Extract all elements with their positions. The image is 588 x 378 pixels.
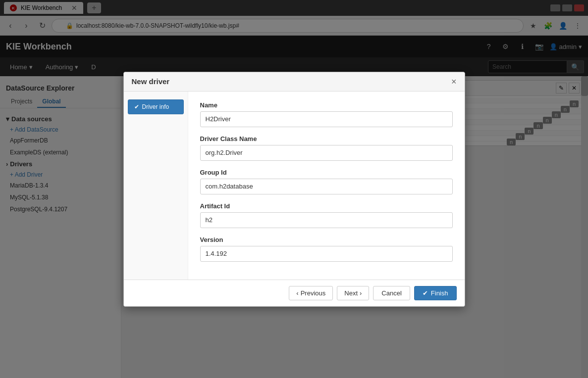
modal-body: ✔ Driver info Name Driver Class Name Gro… xyxy=(124,92,465,280)
form-group-driver-class: Driver Class Name xyxy=(200,135,453,161)
previous-icon: ‹ xyxy=(296,289,298,297)
form-group-name: Name xyxy=(200,101,453,127)
modal-dialog: New driver × ✔ Driver info Name Driver C… xyxy=(123,72,465,307)
cancel-label: Cancel xyxy=(381,289,401,297)
form-group-group-id: Group Id xyxy=(200,169,453,194)
label-version: Version xyxy=(200,236,453,243)
modal-close-button[interactable]: × xyxy=(451,77,457,86)
previous-button[interactable]: ‹ Previous xyxy=(289,286,333,300)
input-group-id[interactable] xyxy=(200,179,453,194)
label-artifact-id: Artifact Id xyxy=(200,202,453,210)
input-driver-class[interactable] xyxy=(200,145,453,161)
form-group-artifact-id: Artifact Id xyxy=(200,202,453,228)
modal-form: Name Driver Class Name Group Id Artifact… xyxy=(188,92,465,280)
modal-header: New driver × xyxy=(124,72,465,92)
label-name: Name xyxy=(200,101,453,109)
driver-info-check-icon: ✔ xyxy=(134,103,139,110)
modal-backdrop: New driver × ✔ Driver info Name Driver C… xyxy=(0,0,588,378)
label-driver-class: Driver Class Name xyxy=(200,135,453,142)
form-group-version: Version xyxy=(200,236,453,262)
modal-footer: ‹ Previous Next › Cancel ✔ Finish xyxy=(124,280,465,306)
driver-info-button[interactable]: ✔ Driver info xyxy=(128,99,184,114)
next-icon: › xyxy=(360,289,362,297)
finish-button[interactable]: ✔ Finish xyxy=(414,286,457,300)
input-version[interactable] xyxy=(200,246,453,262)
input-name[interactable] xyxy=(200,111,453,127)
next-button[interactable]: Next › xyxy=(337,286,369,300)
label-group-id: Group Id xyxy=(200,169,453,176)
modal-title: New driver xyxy=(132,77,170,86)
previous-label: Previous xyxy=(301,289,326,297)
modal-sidebar: ✔ Driver info xyxy=(124,92,188,280)
input-artifact-id[interactable] xyxy=(200,212,453,228)
driver-info-label: Driver info xyxy=(142,103,169,110)
cancel-button[interactable]: Cancel xyxy=(373,286,410,300)
finish-label: Finish xyxy=(431,289,448,297)
finish-check-icon: ✔ xyxy=(423,289,428,297)
next-label: Next xyxy=(344,289,358,297)
